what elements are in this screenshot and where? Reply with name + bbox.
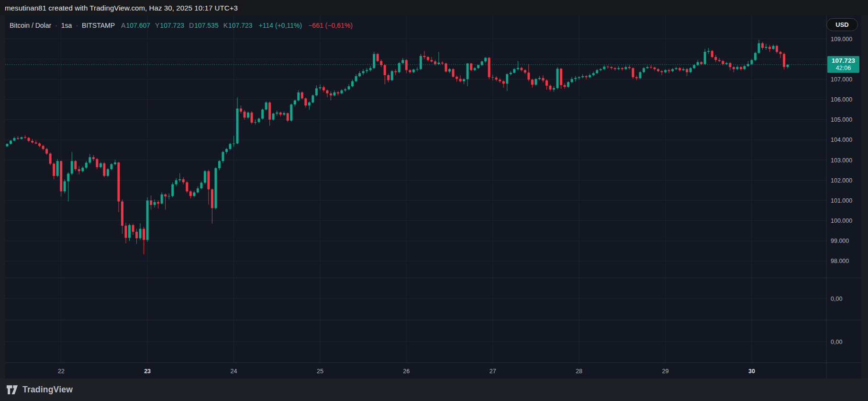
candle-body <box>261 110 264 119</box>
time-axis-label: 29 <box>662 368 669 375</box>
candle <box>204 170 206 184</box>
candle-body <box>722 61 724 64</box>
candle-body <box>333 92 335 95</box>
candle <box>301 92 303 100</box>
candle <box>743 65 746 70</box>
candle-body <box>117 162 120 201</box>
candle-body <box>517 68 519 69</box>
candle-body <box>463 79 465 81</box>
candle-body <box>121 202 123 226</box>
candle-body <box>624 67 627 69</box>
candle-body <box>520 68 523 70</box>
candle <box>506 73 508 91</box>
candle <box>139 223 142 240</box>
candle <box>182 177 185 184</box>
tradingview-logo-icon[interactable] <box>6 385 18 395</box>
candle-body <box>729 63 731 67</box>
candle <box>294 100 296 107</box>
candle-body <box>42 146 45 149</box>
candle-body <box>244 112 246 118</box>
candle-body <box>351 81 354 87</box>
chart-legend: Bitcoin / Dolar · 1sa · BITSTAMP A107.60… <box>10 22 353 29</box>
candle <box>67 172 69 201</box>
candle <box>445 63 447 73</box>
candle <box>470 63 472 71</box>
candle <box>549 84 551 91</box>
candle-body <box>639 72 641 79</box>
candle <box>31 139 33 144</box>
candle-body <box>31 141 33 142</box>
candle-body <box>585 76 588 77</box>
attribution-bar: mesutinan81 created with TradingView.com… <box>0 0 868 15</box>
candle <box>340 89 343 94</box>
candle <box>524 69 526 74</box>
candle-body <box>603 67 605 69</box>
candle-body <box>635 77 638 78</box>
candle-body <box>783 54 785 67</box>
candle-body <box>222 152 224 161</box>
candle <box>143 227 145 254</box>
candle <box>646 66 648 69</box>
candle-body <box>301 92 303 99</box>
candle <box>761 42 764 50</box>
candle <box>707 48 710 54</box>
candle <box>377 53 379 62</box>
candle-body <box>107 169 109 176</box>
candle <box>495 76 498 81</box>
candle-body <box>128 225 131 238</box>
candle <box>430 57 433 62</box>
candle-body <box>578 77 580 78</box>
candle-body <box>103 163 105 176</box>
candle <box>477 65 479 69</box>
candle <box>107 168 109 177</box>
candle <box>244 110 246 119</box>
legend-separator: · <box>75 22 78 29</box>
candle-body <box>276 113 278 114</box>
candle <box>85 161 88 169</box>
candle-body <box>679 68 681 70</box>
candle-body <box>391 71 393 80</box>
candle-body <box>344 89 346 90</box>
candle-body <box>643 68 645 72</box>
candle-body <box>416 69 418 69</box>
candle-body <box>6 144 8 146</box>
grid <box>5 15 826 363</box>
candle <box>265 102 267 111</box>
candle-body <box>621 68 623 69</box>
candle <box>657 68 659 72</box>
time-axis[interactable]: 222324252627282930 <box>58 368 755 375</box>
candle-body <box>600 69 602 70</box>
candle-body <box>650 67 652 68</box>
candle <box>776 45 778 54</box>
price-axis[interactable]: 109.000108.000107.000106.000105.000104.0… <box>831 36 852 345</box>
candle-body <box>56 161 59 176</box>
exchange-name: BITSTAMP <box>82 22 115 29</box>
candle <box>186 181 188 193</box>
candle-body <box>524 70 526 72</box>
pane-separators[interactable] <box>5 15 861 378</box>
candle <box>10 140 12 145</box>
candle-body <box>384 65 386 75</box>
candlestick-chart[interactable]: 109.000108.000107.000106.000105.000104.0… <box>5 15 861 378</box>
tradingview-wordmark[interactable]: TradingView <box>22 385 73 395</box>
candle <box>362 69 365 75</box>
chart-widget: 109.000108.000107.000106.000105.000104.0… <box>5 15 861 379</box>
candle <box>531 79 534 88</box>
candle <box>193 191 195 197</box>
candle-body <box>135 232 138 238</box>
candle-body <box>456 77 458 79</box>
candle <box>344 88 346 92</box>
candle-body <box>233 143 235 144</box>
candle-body <box>218 161 221 168</box>
candle-body <box>499 80 501 81</box>
candle <box>384 64 386 84</box>
candle <box>610 66 612 69</box>
sub-pane-scale-label: 0,00 <box>831 339 842 345</box>
candle-body <box>279 113 282 115</box>
candle-body <box>373 54 375 69</box>
candle <box>614 67 616 71</box>
currency-toggle-button[interactable]: USD <box>826 18 858 31</box>
candle-body <box>193 193 195 196</box>
candle-body <box>78 169 80 171</box>
candle <box>603 66 605 70</box>
